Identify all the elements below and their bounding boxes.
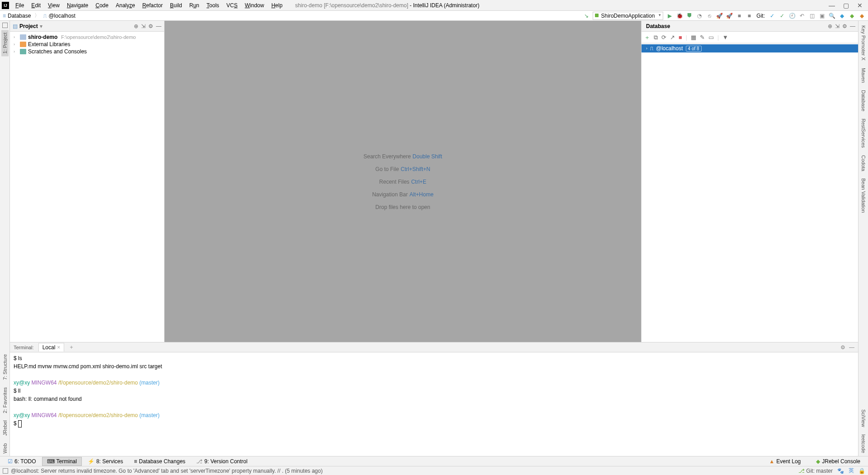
db-stop-icon[interactable]: ■ xyxy=(679,34,682,41)
stop-icon[interactable]: ■ xyxy=(736,12,743,19)
profile-icon[interactable]: ◔ xyxy=(696,12,703,19)
git-history-icon[interactable]: 🕘 xyxy=(788,12,796,19)
project-panel: ▤ Project ▾ ⊕ ⇲ ⚙ — › shiro-demo F:\open… xyxy=(10,21,165,342)
db-add-icon[interactable]: ＋ xyxy=(644,33,650,42)
status-git-branch[interactable]: ⎇ Git: master xyxy=(798,468,833,474)
db-jump-icon[interactable]: ↗ xyxy=(670,34,675,41)
editor-empty-state[interactable]: Search Everywhere Double Shift Go to Fil… xyxy=(165,21,641,342)
right-tab-maven[interactable]: Maven xyxy=(860,65,867,86)
menu-file[interactable]: File xyxy=(12,2,28,9)
right-tab-keypromoter[interactable]: Key Promoter X xyxy=(860,23,867,63)
tab-event-log[interactable]: ▲Event Log xyxy=(764,457,806,466)
stop-all-icon[interactable]: ■ xyxy=(745,12,753,19)
db-settings-gear-icon[interactable]: ⚙ xyxy=(842,23,847,29)
menu-view[interactable]: View xyxy=(44,2,63,9)
menu-code[interactable]: Code xyxy=(92,2,112,9)
tree-row-external-libs[interactable]: › External Libraries xyxy=(10,41,164,48)
close-icon[interactable]: ✕ xyxy=(857,2,863,9)
chevron-right-icon: › xyxy=(14,49,18,54)
terminal-line: bash: ll: command not found xyxy=(14,395,854,403)
hide-panel-icon[interactable]: — xyxy=(156,23,161,29)
chevron-right-icon: › xyxy=(646,46,647,51)
db-duplicate-icon[interactable]: ⧉ xyxy=(654,34,658,41)
terminal-body[interactable]: $ ls HELP.md mvnw mvnw.cmd pom.xml shiro… xyxy=(10,352,858,456)
status-paw-icon[interactable]: 🐾 xyxy=(837,468,844,474)
tree-row-scratches[interactable]: › Scratches and Consoles xyxy=(10,48,164,55)
terminal-settings-gear-icon[interactable]: ⚙ xyxy=(840,344,845,351)
menu-window[interactable]: Window xyxy=(241,2,268,9)
jrebel-toolbar-icon[interactable]: ◆ xyxy=(848,12,855,19)
coverage-icon[interactable]: ⛊ xyxy=(686,12,693,19)
editor-tabs-icon[interactable]: ◫ xyxy=(808,12,816,19)
project-panel-title[interactable]: Project xyxy=(19,23,38,29)
right-tab-database[interactable]: Database xyxy=(860,87,867,114)
minimize-icon[interactable]: — xyxy=(829,2,835,9)
tab-services[interactable]: ⚡8: Services xyxy=(83,457,128,466)
db-edit-icon[interactable]: ✎ xyxy=(700,34,705,41)
breadcrumb-database[interactable]: Database xyxy=(8,13,31,19)
left-tab-favorites[interactable]: 2: Favorites xyxy=(1,385,9,416)
ide-settings-icon[interactable]: ▣ xyxy=(818,12,826,19)
db-view-icon[interactable]: ▭ xyxy=(708,34,714,41)
close-tab-icon[interactable]: × xyxy=(57,344,60,351)
menu-vcs[interactable]: VCS xyxy=(223,2,241,9)
db-hide-panel-icon[interactable]: — xyxy=(850,23,855,29)
db-refresh-icon[interactable]: ⟳ xyxy=(661,34,666,41)
menu-run[interactable]: Run xyxy=(186,2,203,9)
tab-version-control[interactable]: ⎇9: Version Control xyxy=(191,457,252,466)
status-ime-icon[interactable]: 英 xyxy=(849,467,854,475)
build-icon[interactable]: ↘ xyxy=(583,12,590,19)
terminal-hide-icon[interactable]: — xyxy=(849,344,854,351)
db-table-icon[interactable]: ▦ xyxy=(691,34,696,41)
hint-drop: Drop files here to open xyxy=(375,204,430,210)
gutter-square-icon[interactable] xyxy=(2,23,8,28)
run-icon[interactable]: ▶ xyxy=(666,12,673,19)
right-tab-codota[interactable]: Codota xyxy=(860,152,867,174)
notification-icon[interactable]: ◆ xyxy=(858,12,865,19)
search-icon[interactable]: 🔍 xyxy=(828,12,835,19)
right-tab-leetcode[interactable]: leetcode xyxy=(860,432,867,456)
tree-row-root[interactable]: › shiro-demo F:\opensource\demo2\shiro-d… xyxy=(10,33,164,41)
left-tab-structure[interactable]: 7: Structure xyxy=(1,352,9,383)
tab-dbchanges[interactable]: ≡Database Changes xyxy=(129,457,190,466)
menu-build[interactable]: Build xyxy=(166,2,186,9)
right-tab-restservices[interactable]: RestServices xyxy=(860,116,867,151)
tab-terminal[interactable]: ⌨Terminal xyxy=(42,457,82,466)
db-locate-icon[interactable]: ⊕ xyxy=(828,23,832,29)
db-expand-icon[interactable]: ⇲ xyxy=(835,23,840,29)
terminal-add-tab-icon[interactable]: ＋ xyxy=(69,343,74,351)
db-filter-icon[interactable]: ▼ xyxy=(722,34,728,41)
attach-icon[interactable]: ⎋ xyxy=(706,12,713,19)
left-tab-project[interactable]: 1: Project xyxy=(1,30,9,56)
left-tab-web[interactable]: Web xyxy=(1,441,9,456)
project-dropdown-icon[interactable]: ▾ xyxy=(40,23,42,29)
menu-analyze[interactable]: Analyze xyxy=(112,2,139,9)
menu-edit[interactable]: Edit xyxy=(28,2,44,9)
settings-gear-icon[interactable]: ⚙ xyxy=(148,23,153,29)
git-revert-icon[interactable]: ↶ xyxy=(798,12,806,19)
right-tab-beanvalidation[interactable]: Bean Validation xyxy=(860,176,867,215)
right-tab-sciview[interactable]: SciView xyxy=(860,407,867,430)
select-opened-file-icon[interactable]: ⊕ xyxy=(134,23,138,29)
codota-icon[interactable]: ◆ xyxy=(838,12,845,19)
status-lock-icon[interactable]: 🔒 xyxy=(859,468,865,474)
jrebel-run-icon[interactable]: 🚀 xyxy=(716,12,723,19)
tab-todo[interactable]: ☑6: TODO xyxy=(3,457,41,466)
menu-refactor[interactable]: Refactor xyxy=(139,2,166,9)
menu-navigate[interactable]: Navigate xyxy=(63,2,92,9)
run-config-selector[interactable]: ShiroDemoApplication xyxy=(593,12,664,20)
maximize-icon[interactable]: ▢ xyxy=(843,2,849,9)
status-square-icon[interactable] xyxy=(3,468,8,474)
git-commit-icon[interactable]: ✓ xyxy=(778,12,786,19)
terminal-tab-local[interactable]: Local× xyxy=(38,343,65,352)
expand-all-icon[interactable]: ⇲ xyxy=(141,23,146,29)
left-tab-jrebel[interactable]: JRebel xyxy=(1,418,9,438)
jrebel-debug-icon[interactable]: 🚀 xyxy=(726,12,733,19)
db-connection-row[interactable]: › ⎍ @localhost 4 of 8 xyxy=(642,44,858,52)
breadcrumb-host[interactable]: @localhost xyxy=(48,13,75,19)
menu-help[interactable]: Help xyxy=(268,2,286,9)
menu-tools[interactable]: Tools xyxy=(203,2,223,9)
git-update-icon[interactable]: ✓ xyxy=(769,12,776,19)
debug-icon[interactable]: 🐞 xyxy=(676,12,683,19)
tab-jrebel-console[interactable]: ◆JRebel Console xyxy=(811,457,865,466)
